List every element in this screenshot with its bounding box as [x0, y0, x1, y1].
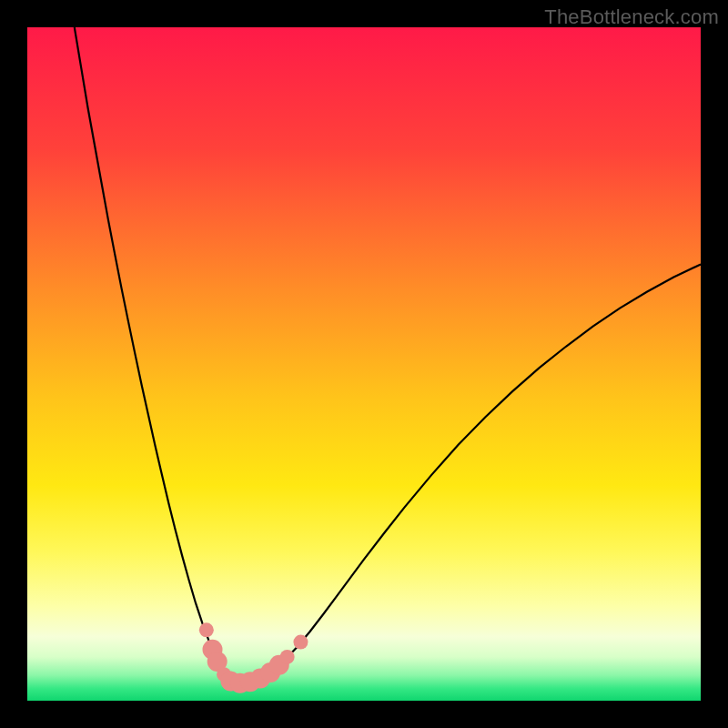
bottleneck-chart [27, 27, 701, 701]
plot-area [27, 27, 701, 701]
marker-point [293, 635, 308, 650]
marker-point [199, 622, 214, 637]
outer-frame: TheBottleneck.com [0, 0, 728, 728]
watermark-text: TheBottleneck.com [544, 5, 719, 29]
chart-background [27, 27, 701, 701]
marker-point [280, 650, 295, 664]
